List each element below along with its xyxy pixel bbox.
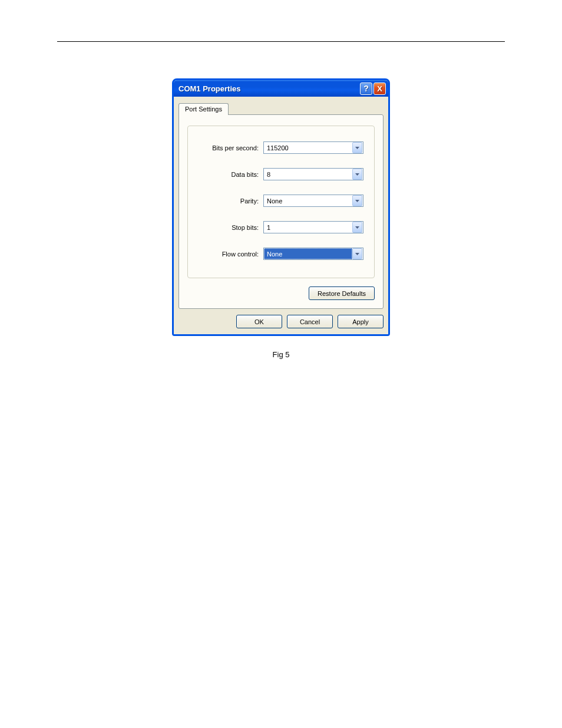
tab-panel: Bits per second: 115200 Data bits: 8 xyxy=(178,114,384,309)
figure-caption: Fig 5 xyxy=(172,350,390,359)
tabstrip: Port Settings xyxy=(178,101,384,114)
combo-value: None xyxy=(264,248,352,259)
settings-group: Bits per second: 115200 Data bits: 8 xyxy=(187,126,375,278)
combo-value: 115200 xyxy=(264,142,352,153)
label-bits-per-second: Bits per second: xyxy=(199,144,263,151)
combo-value: 1 xyxy=(264,222,352,233)
combo-parity[interactable]: None xyxy=(263,195,363,207)
titlebar[interactable]: COM1 Properties ? X xyxy=(174,80,388,97)
close-button[interactable]: X xyxy=(373,83,386,95)
combo-flow-control[interactable]: None xyxy=(263,248,363,260)
dialog-button-row: OK Cancel Apply xyxy=(178,315,384,328)
svg-marker-4 xyxy=(355,253,359,255)
row-data-bits: Data bits: 8 xyxy=(199,168,363,180)
chevron-down-icon[interactable] xyxy=(352,142,362,153)
restore-defaults-button[interactable]: Restore Defaults xyxy=(309,286,375,300)
label-stop-bits: Stop bits: xyxy=(199,224,263,231)
help-button[interactable]: ? xyxy=(360,83,372,95)
dialog-client-area: Port Settings Bits per second: 115200 xyxy=(174,97,388,334)
label-data-bits: Data bits: xyxy=(199,171,263,178)
ok-button[interactable]: OK xyxy=(236,315,282,328)
row-flow-control: Flow control: None xyxy=(199,248,363,260)
label-parity: Parity: xyxy=(199,197,263,205)
tab-port-settings[interactable]: Port Settings xyxy=(178,103,229,115)
svg-marker-3 xyxy=(355,226,359,229)
svg-marker-2 xyxy=(355,200,359,202)
help-icon: ? xyxy=(363,84,369,93)
chevron-down-icon[interactable] xyxy=(352,195,362,206)
window-title: COM1 Properties xyxy=(178,84,360,93)
combo-data-bits[interactable]: 8 xyxy=(263,168,363,180)
combo-value: None xyxy=(264,195,352,206)
combo-value: 8 xyxy=(264,169,352,180)
chevron-down-icon[interactable] xyxy=(352,248,362,259)
combo-bits-per-second[interactable]: 115200 xyxy=(263,141,363,154)
properties-dialog: COM1 Properties ? X Port Settings Bit xyxy=(172,78,390,336)
combo-stop-bits[interactable]: 1 xyxy=(263,221,363,233)
tab-label: Port Settings xyxy=(185,106,222,113)
page-horizontal-rule xyxy=(57,41,505,42)
chevron-down-icon[interactable] xyxy=(352,169,362,180)
restore-row: Restore Defaults xyxy=(187,286,375,300)
svg-marker-1 xyxy=(355,173,359,176)
svg-marker-0 xyxy=(355,147,359,149)
apply-button[interactable]: Apply xyxy=(338,315,384,328)
label-flow-control: Flow control: xyxy=(199,251,263,258)
titlebar-buttons: ? X xyxy=(360,83,386,95)
close-icon: X xyxy=(377,84,382,93)
row-bits-per-second: Bits per second: 115200 xyxy=(199,141,363,154)
cancel-button[interactable]: Cancel xyxy=(287,315,333,328)
row-stop-bits: Stop bits: 1 xyxy=(199,221,363,233)
row-parity: Parity: None xyxy=(199,195,363,207)
chevron-down-icon[interactable] xyxy=(352,222,362,233)
